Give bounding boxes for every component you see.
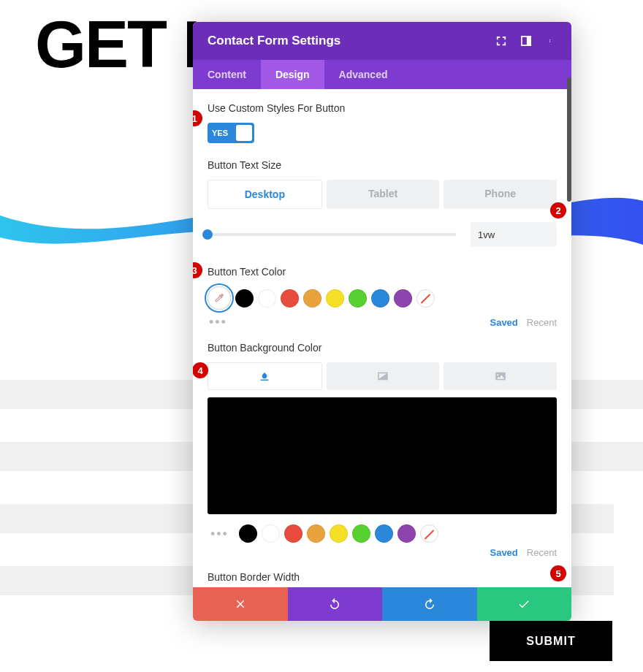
custom-styles-toggle[interactable]: YES [208, 123, 254, 143]
callout-badge-1: 1 [193, 110, 202, 126]
color-swatch[interactable] [326, 289, 344, 308]
bg-type-gradient[interactable] [327, 362, 440, 390]
slider-thumb[interactable] [202, 229, 213, 240]
color-swatch[interactable] [262, 524, 280, 543]
toggle-knob [236, 125, 252, 141]
svg-rect-1 [527, 37, 530, 45]
text-color-label: Button Text Color [208, 266, 557, 278]
color-swatch[interactable] [349, 289, 367, 308]
more-swatches-icon[interactable]: ••• [210, 527, 229, 541]
color-swatch[interactable] [258, 289, 276, 308]
color-swatch[interactable] [394, 289, 412, 308]
color-swatch[interactable] [303, 289, 322, 308]
color-swatch[interactable] [397, 524, 416, 543]
settings-panel: Contact Form Settings Content Design Adv… [193, 22, 571, 621]
redo-button[interactable] [382, 587, 477, 621]
panel-tabs: Content Design Advanced [193, 60, 571, 89]
color-swatch[interactable] [375, 524, 393, 543]
undo-button[interactable] [288, 587, 383, 621]
color-swatch[interactable] [239, 524, 257, 543]
submit-button[interactable]: SUBMIT [490, 621, 612, 661]
tab-advanced[interactable]: Advanced [324, 60, 403, 89]
callout-badge-5: 5 [550, 565, 566, 581]
callout-badge-2: 2 [550, 202, 566, 218]
cancel-button[interactable] [193, 587, 288, 621]
panel-footer [193, 587, 571, 621]
bg-color-preview[interactable] [208, 397, 557, 514]
callout-badge-4: 4 [193, 362, 208, 378]
recent-tab[interactable]: Recent [527, 547, 557, 558]
color-swatch[interactable] [281, 289, 299, 308]
save-button[interactable] [477, 587, 572, 621]
panel-header: Contact Form Settings [193, 22, 571, 60]
text-size-input[interactable] [471, 222, 557, 247]
panel-body: Use Custom Styles For Button YES Button … [193, 89, 571, 587]
bg-type-tabs [208, 362, 557, 390]
fullscreen-icon[interactable] [495, 35, 507, 47]
text-size-slider[interactable] [208, 233, 456, 236]
device-tab-phone[interactable]: Phone [444, 180, 557, 209]
panel-title: Contact Form Settings [208, 34, 340, 48]
svg-point-3 [549, 41, 550, 42]
more-swatches-icon[interactable]: ••• [209, 316, 227, 329]
color-swatch[interactable] [235, 289, 254, 308]
saved-tab[interactable]: Saved [490, 547, 517, 558]
bg-type-image[interactable] [444, 362, 557, 390]
device-tab-tablet[interactable]: Tablet [327, 180, 440, 209]
color-swatch[interactable] [352, 524, 370, 543]
custom-styles-label: Use Custom Styles For Button [208, 102, 557, 114]
scrollbar[interactable] [567, 77, 571, 202]
border-width-label: Button Border Width [208, 571, 557, 583]
tab-content[interactable]: Content [193, 60, 261, 89]
svg-point-4 [549, 42, 550, 42]
color-swatch-none[interactable] [416, 289, 435, 308]
color-swatch[interactable] [330, 524, 348, 543]
device-tabs: Desktop Tablet Phone [208, 180, 557, 209]
color-swatch-none[interactable] [420, 524, 438, 543]
bg-color-swatches: ••• [208, 524, 557, 543]
bg-input-placeholder [0, 442, 194, 471]
callout-badge-3: 3 [193, 262, 202, 278]
tab-design[interactable]: Design [261, 60, 324, 89]
saved-tab[interactable]: Saved [490, 317, 517, 328]
text-size-label: Button Text Size [208, 159, 557, 171]
recent-tab[interactable]: Recent [527, 317, 557, 328]
page-heading-fragment: GET I [35, 7, 199, 83]
bg-input-placeholder [570, 442, 643, 471]
color-swatch[interactable] [284, 524, 303, 543]
eyedropper-button[interactable] [208, 286, 231, 310]
text-color-swatches [208, 286, 557, 310]
svg-point-2 [549, 39, 550, 40]
color-swatch[interactable] [371, 289, 389, 308]
device-tab-desktop[interactable]: Desktop [208, 180, 322, 209]
bg-type-color[interactable] [208, 362, 322, 390]
bg-input-placeholder [570, 380, 643, 409]
bg-input-placeholder [0, 380, 194, 409]
bg-color-label: Button Background Color [208, 342, 557, 354]
color-swatch[interactable] [307, 524, 325, 543]
toggle-state-text: YES [212, 129, 228, 137]
more-menu-icon[interactable] [545, 35, 557, 47]
sidebar-toggle-icon[interactable] [520, 35, 532, 47]
